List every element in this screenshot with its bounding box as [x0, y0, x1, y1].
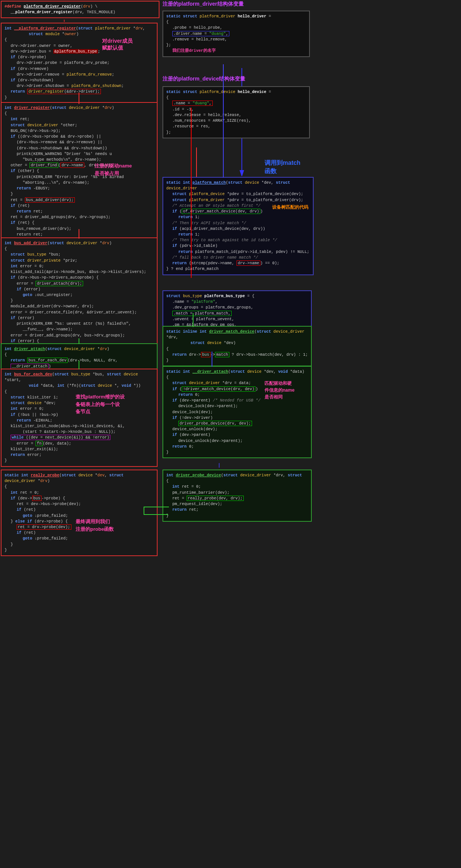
- connector-green-match: [193, 313, 193, 327]
- static-platform-driver-box: static struct platform_driver hello_driv…: [162, 11, 310, 57]
- annotation-driver-member: 对driver成员赋默认值: [102, 38, 133, 51]
- driver-probe-device-box: int driver_probe_device(struct device_dr…: [162, 470, 312, 522]
- annotation-match-func: 调用到match函数: [265, 159, 300, 176]
- platform-match-box: static int platform_match(struct device …: [162, 177, 314, 275]
- annotation-device-tree: 设备树匹配的代码: [272, 204, 308, 211]
- annotation-final-probe: 最终调用到我们注册的probe函数: [76, 518, 114, 533]
- connector-red-name: [191, 108, 192, 278]
- connector-green-probe-2: [144, 507, 144, 515]
- annotation-spdev-title: 注册的platform_device结构体变量: [162, 76, 245, 82]
- annotation-find-platform: 查找platform维护的设备链表上的每一个设备节点: [76, 393, 125, 415]
- connector-blue-dmd: [212, 352, 212, 367]
- really-probe-box: static int really_probe(struct device *d…: [1, 470, 158, 556]
- platform-driver-register-box: int __platform_driver_register(struct pl…: [1, 23, 158, 104]
- macro-box: #define platform_driver_register(drv) \ …: [1, 1, 159, 18]
- driver-match-device-box: static inline int driver_match_device(st…: [162, 326, 312, 366]
- static-platform-device-box: static struct platform_device hello_devi…: [162, 86, 310, 138]
- connector-green-1: [79, 338, 79, 344]
- connector-line-2: [79, 229, 79, 239]
- connector-green-2: [79, 361, 79, 369]
- annotation-spd-title: 注册的platform_driver结构体变量: [162, 1, 244, 8]
- bus-for-each-dev-box: int bus_for_each_dev(struct bus_type *bu…: [1, 369, 158, 467]
- annotation-register-name: 注册的驱动name: [94, 163, 132, 169]
- connector-green-probe: [144, 514, 168, 515]
- connector-blue-1: [223, 64, 224, 178]
- page-container: #define platform_driver_register(drv) \ …: [0, 0, 461, 868]
- connector-line-1: [79, 93, 79, 104]
- annotation-match-name: 匹配驱动和硬件信息的name是否相同: [265, 380, 294, 400]
- connector-green-probe-3: [144, 507, 169, 507]
- annotation-occupied: 是否被占用: [94, 170, 119, 177]
